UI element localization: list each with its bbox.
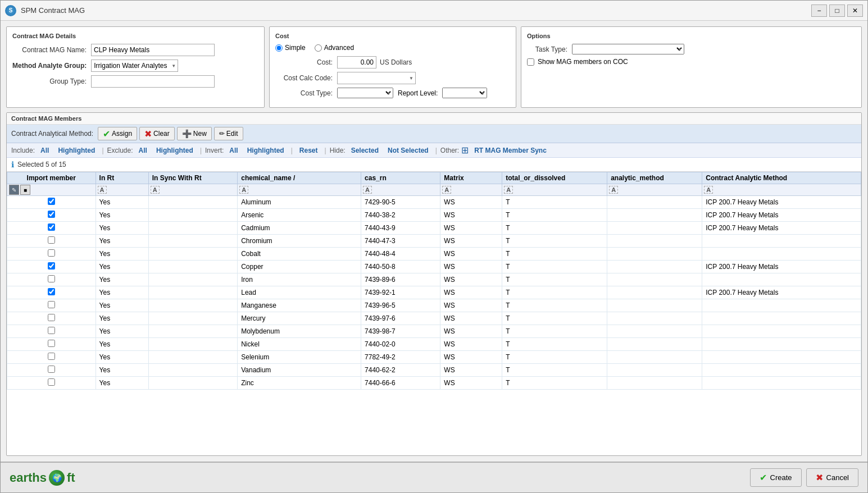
cell-total-6: T <box>502 273 607 286</box>
group-type-input[interactable] <box>91 75 215 88</box>
cell-import-10 <box>7 325 96 338</box>
cell-analytic-3 <box>607 235 702 248</box>
cell-cas-11: 7440-02-0 <box>361 338 440 351</box>
cell-matrix-4: WS <box>440 248 502 261</box>
task-type-select[interactable] <box>572 44 684 54</box>
import-checkbox-6[interactable] <box>48 275 55 282</box>
import-checkbox-3[interactable] <box>48 236 55 244</box>
new-label: New <box>193 130 207 138</box>
import-checkbox-7[interactable] <box>48 288 55 295</box>
filter-sync: A <box>148 184 237 196</box>
import-checkbox-5[interactable] <box>48 262 55 270</box>
cost-value-input[interactable] <box>337 56 376 69</box>
cell-matrix-12: WS <box>440 351 502 364</box>
clear-button[interactable]: ✖ Clear <box>139 127 175 140</box>
import-checkbox-14[interactable] <box>48 378 55 386</box>
radio-advanced-label[interactable]: Advanced <box>315 44 354 52</box>
invert-all-button[interactable]: All <box>226 145 241 156</box>
cell-chem-10: Molybdenum <box>238 325 361 338</box>
members-table: Import member In Rt In Sync With Rt chem… <box>7 172 861 390</box>
cell-matrix-10: WS <box>440 325 502 338</box>
cell-analytic-5 <box>607 261 702 273</box>
cell-total-0: T <box>502 196 607 209</box>
assign-button[interactable]: ✔ Assign <box>98 127 137 140</box>
cell-cas-8: 7439-96-5 <box>361 299 440 312</box>
col-contract-analytic: Contract Analytic Method <box>702 172 861 184</box>
edit-button[interactable]: ✏ Edit <box>214 127 243 140</box>
cost-radio-group: Simple Advanced <box>275 44 510 52</box>
cell-inrt-3: Yes <box>96 235 148 248</box>
report-level-select[interactable] <box>442 88 487 98</box>
cell-inrt-4: Yes <box>96 248 148 261</box>
include-all-button[interactable]: All <box>37 145 52 156</box>
hide-not-selected-button[interactable]: Not Selected <box>384 145 432 156</box>
import-checkbox-11[interactable] <box>48 340 55 347</box>
cell-contract-2: ICP 200.7 Heavy Metals <box>702 222 861 235</box>
filter-chem: A <box>238 184 361 196</box>
rt-sync-button[interactable]: RT MAG Member Sync <box>471 145 550 156</box>
radio-simple[interactable] <box>275 44 283 52</box>
filter-inrt: A <box>96 184 148 196</box>
filter-check-icon[interactable]: ■ <box>20 185 30 195</box>
select-all-icon[interactable]: ✎ <box>9 185 19 195</box>
hide-selected-button[interactable]: Selected <box>348 145 382 156</box>
contract-mag-details-panel: Contract MAG Details Contract MAG Name: … <box>6 26 265 108</box>
import-checkbox-8[interactable] <box>48 301 55 308</box>
import-checkbox-1[interactable] <box>48 211 55 218</box>
cell-contract-7: ICP 200.7 Heavy Metals <box>702 286 861 299</box>
minimize-button[interactable]: − <box>811 4 827 17</box>
import-checkbox-12[interactable] <box>48 353 55 360</box>
cell-matrix-13: WS <box>440 364 502 377</box>
cell-matrix-11: WS <box>440 338 502 351</box>
import-checkbox-4[interactable] <box>48 249 55 257</box>
radio-advanced[interactable] <box>315 44 322 52</box>
cancel-button[interactable]: ✖ Cancel <box>806 468 858 487</box>
include-highlighted-button[interactable]: Highlighted <box>54 145 98 156</box>
cell-analytic-14 <box>607 377 702 390</box>
cell-cas-6: 7439-89-6 <box>361 273 440 286</box>
info-bar: ℹ Selected 5 of 15 <box>7 158 861 172</box>
reset-button[interactable]: Reset <box>296 145 321 156</box>
cell-sync-3 <box>148 235 237 248</box>
title-bar-left: S SPM Contract MAG <box>5 5 85 16</box>
exclude-all-button[interactable]: All <box>135 145 151 156</box>
cell-sync-11 <box>148 338 237 351</box>
members-table-container[interactable]: Import member In Rt In Sync With Rt chem… <box>7 172 861 455</box>
contract-name-input[interactable] <box>91 44 215 56</box>
contract-details-title: Contract MAG Details <box>12 33 258 39</box>
cell-contract-12 <box>702 351 861 364</box>
cell-sync-7 <box>148 286 237 299</box>
import-checkbox-2[interactable] <box>48 223 55 231</box>
group-type-label: Group Type: <box>12 77 91 85</box>
contract-name-row: Contract MAG Name: <box>12 44 258 56</box>
create-button[interactable]: ✔ Create <box>750 468 802 487</box>
restore-button[interactable]: □ <box>829 4 845 17</box>
exclude-highlighted-button[interactable]: Highlighted <box>153 145 197 156</box>
cost-calc-row: Cost Calc Code: <box>275 72 510 84</box>
info-text: Selected 5 of 15 <box>17 161 66 168</box>
cell-inrt-2: Yes <box>96 222 148 235</box>
cost-type-select[interactable] <box>337 88 393 98</box>
cell-sync-5 <box>148 261 237 273</box>
import-checkbox-13[interactable] <box>48 366 55 373</box>
cost-calc-select[interactable] <box>337 72 416 84</box>
method-analyte-select[interactable]: Irrigation Water Analytes <box>91 60 178 72</box>
cell-inrt-7: Yes <box>96 286 148 299</box>
new-button[interactable]: ➕ New <box>177 127 212 140</box>
show-mag-row: Show MAG members on COC <box>527 58 856 66</box>
import-checkbox-10[interactable] <box>48 327 55 334</box>
cell-total-7: T <box>502 286 607 299</box>
globe-icon: 🌍 <box>49 470 65 486</box>
invert-highlighted-button[interactable]: Highlighted <box>244 145 288 156</box>
show-mag-label: Show MAG members on COC <box>538 58 628 66</box>
show-mag-checkbox[interactable] <box>527 58 534 66</box>
sep2: | <box>200 147 202 154</box>
import-checkbox-0[interactable] <box>48 198 55 205</box>
table-row: YesCobalt7440-48-4WST <box>7 248 861 261</box>
cell-import-7 <box>7 286 96 299</box>
radio-simple-label[interactable]: Simple <box>275 44 306 52</box>
cell-matrix-1: WS <box>440 209 502 222</box>
import-checkbox-9[interactable] <box>48 314 55 321</box>
close-button[interactable]: ✕ <box>847 4 863 17</box>
cell-total-13: T <box>502 364 607 377</box>
